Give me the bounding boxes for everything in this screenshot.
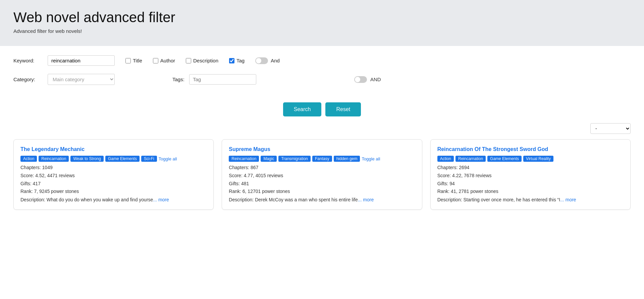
category-select[interactable]: Main category [48, 74, 115, 85]
keyword-label: Keyword: [13, 58, 37, 63]
tags-group: Tags: [172, 74, 256, 85]
novel-description: Description: What do you do when you wak… [20, 196, 207, 203]
tag-badge[interactable]: Magic [261, 156, 277, 162]
novel-chapters: Chapters: 867 [229, 164, 415, 172]
toggle-and2-thumb [355, 77, 360, 82]
novel-gifts: Gifts: 94 [437, 180, 624, 188]
checkbox-description-group: Description [186, 58, 218, 63]
novel-description: Description: Starting over once more, he… [437, 196, 624, 203]
toggle-all-link[interactable]: Toggle all [159, 156, 177, 161]
toggle-and-group[interactable]: And [255, 57, 280, 64]
search-button[interactable]: Search [283, 102, 322, 116]
novel-card: Supreme Magus ReincarnationMagicTransmig… [222, 139, 422, 210]
novel-meta: Chapters: 867 Score: 4.77, 4015 reviews … [229, 164, 415, 196]
and-label2: AND [370, 77, 381, 82]
more-link[interactable]: ... more [153, 197, 169, 202]
tags-row: ActionReincarnationGame ElementsVirtual … [437, 156, 624, 162]
checkbox-tag[interactable] [229, 58, 234, 63]
keyword-input[interactable] [48, 55, 115, 66]
more-link[interactable]: ... more [560, 197, 576, 202]
checkbox-title-group: Title [125, 58, 142, 63]
tag-badge[interactable]: Reincarnation [39, 156, 69, 162]
header-banner: Web novel advanced filter Advanced filte… [0, 0, 644, 46]
checkbox-description[interactable] [186, 58, 191, 63]
tag-badge[interactable]: Sci-Fi [141, 156, 157, 162]
tag-badge[interactable]: Action [437, 156, 454, 162]
checkbox-tag-group: Tag [229, 58, 245, 63]
filter-area: Keyword: Title Author Description Tag An… [0, 46, 644, 96]
novel-card: Reincarnation Of The Strongest Sword God… [430, 139, 631, 210]
novel-rank: Rank: 41, 2781 power stones [437, 188, 624, 196]
novel-meta: Chapters: 1049 Score: 4.52, 4471 reviews… [20, 164, 207, 196]
novel-title[interactable]: Reincarnation Of The Strongest Sword God [437, 146, 624, 152]
tags-label: Tags: [172, 77, 186, 82]
cards-grid: The Legendary Mechanic ActionReincarnati… [0, 139, 644, 223]
toggle-and-track[interactable] [255, 57, 268, 64]
novel-rank: Rank: 6, 12701 power stones [229, 188, 415, 196]
checkbox-description-label: Description [193, 58, 218, 63]
reset-button[interactable]: Reset [325, 102, 361, 116]
sort-select[interactable]: - Score Chapters Gifts Rank [590, 123, 631, 134]
novel-title[interactable]: Supreme Magus [229, 146, 415, 152]
and-toggle-group-2: AND [354, 76, 381, 83]
page-title: Web novel advanced filter [13, 9, 631, 26]
tag-badge[interactable]: Reincarnation [229, 156, 259, 162]
checkbox-title[interactable] [125, 58, 131, 63]
tag-badge[interactable]: Virtual Reality [523, 156, 553, 162]
filter-row-category: Category: Main category Tags: AND [13, 74, 631, 85]
tag-badge[interactable]: hidden gem [334, 156, 360, 162]
novel-score: Score: 4.77, 4015 reviews [229, 172, 415, 180]
novel-card: The Legendary Mechanic ActionReincarnati… [13, 139, 214, 210]
novel-chapters: Chapters: 2694 [437, 164, 624, 172]
more-link[interactable]: ... more [358, 197, 374, 202]
tag-badge[interactable]: Game Elements [487, 156, 522, 162]
page-subtitle: Advanced filter for web novels! [13, 28, 631, 34]
novel-meta: Chapters: 2694 Score: 4.22, 7678 reviews… [437, 164, 624, 196]
tag-badge[interactable]: Weak to Strong [70, 156, 104, 162]
tags-row: ActionReincarnationWeak to StrongGame El… [20, 156, 207, 162]
sort-row: - Score Chapters Gifts Rank [0, 123, 644, 134]
tag-badge[interactable]: Action [20, 156, 37, 162]
checkbox-author[interactable] [153, 58, 158, 63]
novel-gifts: Gifts: 417 [20, 180, 207, 188]
toggle-and-label: And [271, 58, 280, 63]
novel-description: Description: Derek McCoy was a man who s… [229, 196, 415, 203]
novel-chapters: Chapters: 1049 [20, 164, 207, 172]
tags-row: ReincarnationMagicTransmigrationFantasyh… [229, 156, 415, 162]
novel-score: Score: 4.22, 7678 reviews [437, 172, 624, 180]
toggle-and-thumb [256, 58, 261, 63]
filter-row-keyword: Keyword: Title Author Description Tag An… [13, 55, 631, 66]
novel-gifts: Gifts: 481 [229, 180, 415, 188]
buttons-row: Search Reset [0, 102, 644, 116]
tag-badge[interactable]: Fantasy [312, 156, 332, 162]
tag-badge[interactable]: Transmigration [278, 156, 311, 162]
toggle-all-link[interactable]: Toggle all [362, 156, 380, 161]
tag-badge[interactable]: Reincarnation [455, 156, 486, 162]
novel-score: Score: 4.52, 4471 reviews [20, 172, 207, 180]
toggle-and2-track[interactable] [354, 76, 367, 83]
checkbox-tag-label: Tag [236, 58, 245, 63]
tag-badge[interactable]: Game Elements [105, 156, 140, 162]
tags-input[interactable] [189, 74, 256, 85]
novel-title[interactable]: The Legendary Mechanic [20, 146, 207, 152]
category-label: Category: [13, 77, 37, 82]
checkbox-title-label: Title [133, 58, 142, 63]
checkbox-author-label: Author [160, 58, 175, 63]
novel-rank: Rank: 7, 9245 power stones [20, 188, 207, 196]
checkbox-author-group: Author [153, 58, 175, 63]
